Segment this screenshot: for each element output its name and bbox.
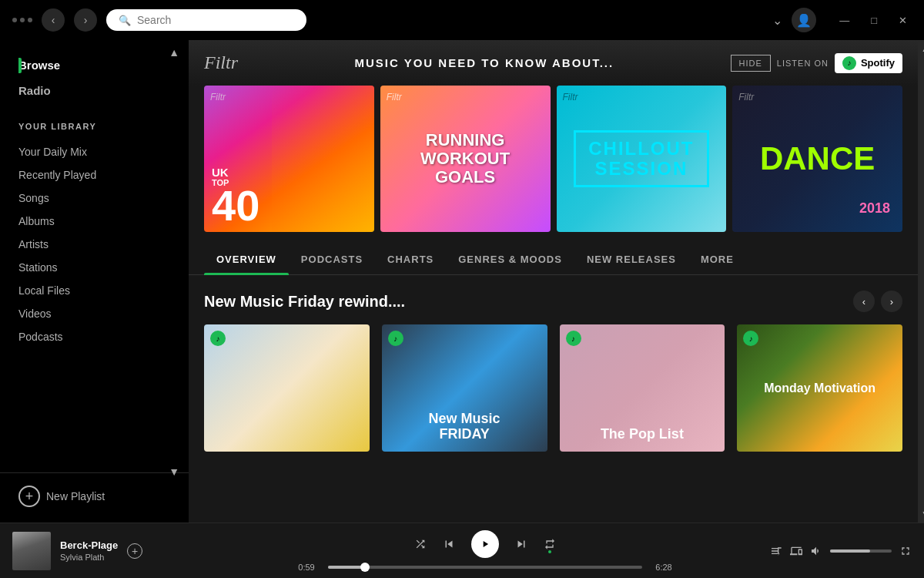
lyrics-button[interactable] <box>770 545 782 557</box>
track-thumb-image <box>12 532 51 570</box>
tab-new-releases[interactable]: NEW RELEASES <box>574 244 688 274</box>
tab-more[interactable]: MORE <box>688 244 746 274</box>
playlist-card-4-image: ♪ Monday Motivation <box>737 324 902 452</box>
playlist-card-3[interactable]: ♪ The Pop List <box>560 324 725 452</box>
filtr-logo: Filtr <box>204 52 238 73</box>
spotify-icon-small-2: ♪ <box>388 331 403 346</box>
sidebar-scroll-down-button[interactable]: ▼ <box>169 465 179 478</box>
previous-button[interactable] <box>442 537 456 551</box>
sidebar-item-videos[interactable]: Videos <box>18 302 170 325</box>
playlist-grid: ♪ ♪ New MusicFRIDAY ♪ The <box>204 324 902 452</box>
player-controls: 0:59 6:28 <box>228 530 742 572</box>
tab-genres[interactable]: GENRES & MOODS <box>446 244 574 274</box>
tab-podcasts[interactable]: PODCASTS <box>289 244 375 274</box>
playlist-card-4[interactable]: ♪ Monday Motivation <box>737 324 902 452</box>
tab-overview[interactable]: OVERVIEW <box>204 244 289 274</box>
maximize-button[interactable]: □ <box>866 13 882 28</box>
uk40-card-image: Filtr UK TOP 40 <box>204 86 374 232</box>
main-layout: ▲ Browse Radio YOUR LIBRARY Your Daily M… <box>0 40 924 523</box>
devices-icon <box>790 545 802 557</box>
chillout-title: CHILLOUTSESSION <box>588 139 694 180</box>
featured-card-dance[interactable]: Filtr DANCE 2018 <box>732 86 902 232</box>
progress-track[interactable] <box>328 566 642 569</box>
progress-bar-container: 0:59 6:28 <box>293 563 678 572</box>
volume-button[interactable] <box>810 545 822 557</box>
sidebar-item-songs[interactable]: Songs <box>18 187 170 210</box>
right-scrollbar[interactable]: ▲ ▼ <box>918 40 924 523</box>
right-scroll-up-button[interactable]: ▲ <box>918 40 924 57</box>
right-scroll-down-button[interactable]: ▼ <box>918 506 924 523</box>
devices-button[interactable] <box>790 545 802 557</box>
profile-button[interactable]: 👤 <box>792 8 816 32</box>
playlist-card-2[interactable]: ♪ New MusicFRIDAY <box>382 324 547 452</box>
window-dot-2 <box>20 18 25 22</box>
sidebar: ▲ Browse Radio YOUR LIBRARY Your Daily M… <box>0 40 189 523</box>
featured-card-chillout[interactable]: Filtr CHILLOUTSESSION <box>557 86 727 232</box>
window-dots <box>12 18 32 22</box>
playlist-card-1-image: ♪ <box>204 324 370 452</box>
window-dot-3 <box>28 18 32 22</box>
shuffle-icon <box>414 538 427 550</box>
search-icon: 🔍 <box>119 15 131 26</box>
sidebar-item-radio[interactable]: Radio <box>18 78 189 103</box>
sidebar-scroll-up-button[interactable]: ▲ <box>169 46 179 59</box>
spotify-icon-small-3: ♪ <box>566 331 581 346</box>
playlist-card-2-image: ♪ New MusicFRIDAY <box>382 324 547 452</box>
tab-charts[interactable]: CHARTS <box>375 244 446 274</box>
nav-forward-button[interactable]: › <box>74 8 97 32</box>
sidebar-item-your-daily-mix[interactable]: Your Daily Mix <box>18 140 170 163</box>
banner-actions: HIDE LISTEN ON ♪ Spotify <box>731 53 902 73</box>
spotify-icon-small-4: ♪ <box>743 331 758 346</box>
lyrics-icon <box>770 545 782 557</box>
section-nav: ‹ › <box>853 291 902 312</box>
sidebar-item-recently-played[interactable]: Recently Played <box>18 163 170 187</box>
sidebar-item-albums[interactable]: Albums <box>18 210 170 233</box>
hide-button[interactable]: HIDE <box>731 55 771 72</box>
sidebar-item-local-files[interactable]: Local Files <box>18 279 170 302</box>
track-meta: Berck-Plage Sylvia Plath <box>60 539 118 562</box>
repeat-button[interactable] <box>544 538 556 550</box>
window-dot-1 <box>12 18 17 22</box>
playlist-card-1[interactable]: ♪ <box>204 324 370 452</box>
shuffle-button[interactable] <box>414 538 427 550</box>
control-buttons <box>414 530 556 558</box>
search-bar[interactable]: 🔍 <box>106 9 306 31</box>
section-nav-next-button[interactable]: › <box>881 291 902 312</box>
track-artist: Sylvia Plath <box>60 553 118 562</box>
fullscreen-button[interactable] <box>899 545 912 557</box>
sidebar-item-browse[interactable]: Browse <box>18 52 189 78</box>
playlist-card-2-title: New MusicFRIDAY <box>429 412 500 442</box>
play-icon <box>480 539 490 549</box>
next-button[interactable] <box>514 537 528 551</box>
close-button[interactable]: ✕ <box>894 13 912 28</box>
track-name: Berck-Plage <box>60 539 118 551</box>
sidebar-item-artists[interactable]: Artists <box>18 233 170 256</box>
dropdown-button[interactable]: ⌄ <box>772 13 782 28</box>
sidebar-item-podcasts[interactable]: Podcasts <box>18 325 170 348</box>
minimize-button[interactable]: — <box>835 13 854 28</box>
spotify-badge[interactable]: ♪ Spotify <box>835 53 902 73</box>
chillout-card-image: Filtr CHILLOUTSESSION <box>557 86 727 232</box>
content-area: Filtr MUSIC YOU NEED TO KNOW ABOUT... HI… <box>189 40 918 523</box>
previous-icon <box>442 537 456 551</box>
track-info: Berck-Plage Sylvia Plath + <box>12 532 228 570</box>
add-to-library-button[interactable]: + <box>127 543 142 559</box>
volume-bar[interactable] <box>830 549 892 553</box>
listen-on-label: LISTEN ON <box>777 59 829 68</box>
play-pause-button[interactable] <box>471 530 499 558</box>
nav-back-button[interactable]: ‹ <box>42 8 65 32</box>
sidebar-item-stations[interactable]: Stations <box>18 256 170 279</box>
search-input[interactable] <box>137 14 294 26</box>
section-nav-prev-button[interactable]: ‹ <box>853 291 875 312</box>
total-time: 6:28 <box>650 563 678 572</box>
featured-card-running[interactable]: Filtr RUNNINGWORKOUTGOALS <box>380 86 551 232</box>
running-card-image: Filtr RUNNINGWORKOUTGOALS <box>380 86 551 232</box>
plus-circle-icon: + <box>18 486 40 507</box>
volume-icon <box>810 545 822 557</box>
new-playlist-label: New Playlist <box>46 490 105 502</box>
playlist-card-3-image: ♪ The Pop List <box>560 324 725 452</box>
featured-card-uk40[interactable]: Filtr UK TOP 40 <box>204 86 374 232</box>
running-title: RUNNINGWORKOUTGOALS <box>420 131 510 187</box>
spotify-icon-small-1: ♪ <box>210 331 226 346</box>
new-playlist-button[interactable]: + New Playlist <box>18 479 105 513</box>
